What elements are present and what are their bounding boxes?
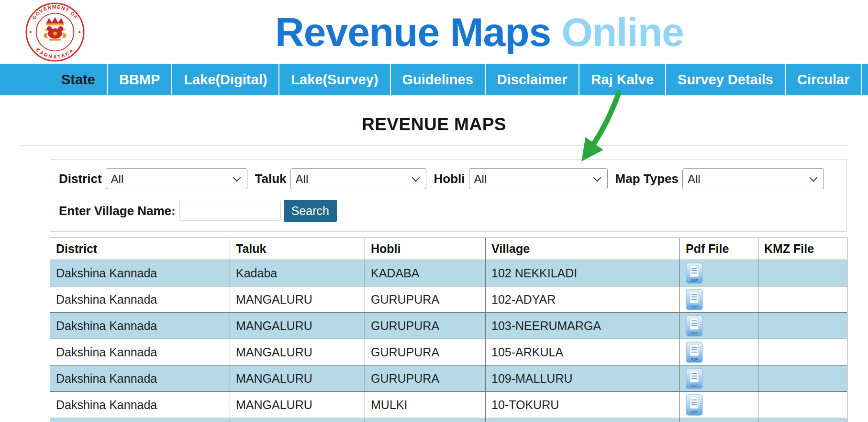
district-cell: Dakshina Kannada bbox=[50, 313, 230, 339]
table-row: Dakshina Kannada MANGALURU GURUPURA 103-… bbox=[50, 313, 847, 339]
pdf-file-icon[interactable]: PDF bbox=[686, 315, 703, 337]
hobli-cell: GURUPURA bbox=[365, 365, 486, 392]
district-label: District bbox=[59, 171, 102, 186]
village-name-input[interactable] bbox=[179, 201, 281, 221]
hobli-cell: GURUPURA bbox=[365, 339, 486, 365]
table-body: Dakshina Kannada Kadaba KADABA 102 NEKKI… bbox=[50, 260, 847, 422]
pdf-file-cell: PDF bbox=[680, 339, 758, 365]
site-header: GOVERMENT OF KARNATAKA Revenue Map bbox=[0, 0, 868, 64]
nav-item-label: Raj Kalve bbox=[591, 72, 654, 88]
kmz-file-cell bbox=[758, 365, 847, 392]
search-button[interactable]: Search bbox=[284, 200, 337, 222]
district-cell: Dakshina Kannada bbox=[50, 365, 230, 392]
village-search-row: Enter Village Name: Search bbox=[59, 200, 838, 222]
logo-container: GOVERMENT OF KARNATAKA bbox=[0, 2, 110, 62]
pdf-file-icon[interactable]: PDF bbox=[686, 368, 703, 389]
pdf-file-cell: PDF bbox=[680, 392, 758, 418]
nav-item-label: Lake(Survey) bbox=[291, 72, 378, 88]
taluk-cell: MANGALURU bbox=[230, 339, 365, 365]
nav-item-raj-kalve[interactable]: Raj Kalve bbox=[579, 64, 666, 95]
kmz-file-cell bbox=[758, 339, 847, 365]
village-cell: 102-ADYAR bbox=[486, 286, 680, 313]
nav-item-lake-survey[interactable]: Lake(Survey) bbox=[279, 64, 390, 95]
revenue-maps-table: DistrictTalukHobliVillagePdf FileKMZ Fil… bbox=[50, 238, 847, 422]
table-header-cell: Village bbox=[486, 238, 680, 260]
table-header-cell: Taluk bbox=[230, 238, 365, 260]
svg-text:PDF: PDF bbox=[691, 331, 698, 335]
nav-item-lake-digital[interactable]: Lake(Digital) bbox=[172, 64, 279, 95]
hobli-cell: MULKI bbox=[365, 392, 486, 418]
district-cell: Dakshina Kannada bbox=[50, 339, 230, 365]
district-cell: Dakshina Kannada bbox=[50, 286, 230, 313]
nav-item-label: Disclaimer bbox=[497, 72, 568, 88]
district-cell: Dakshina Kannada bbox=[50, 260, 230, 286]
hobli-select[interactable]: All bbox=[469, 168, 608, 189]
hobli-cell: GURUPURA bbox=[365, 286, 486, 313]
pdf-file-icon[interactable]: PDF bbox=[686, 289, 703, 310]
svg-text:PDF: PDF bbox=[691, 384, 698, 388]
table-header-cell: KMZ File bbox=[758, 238, 847, 260]
nav-item-label: BBMP bbox=[119, 72, 160, 88]
hobli-select-wrap: All bbox=[469, 168, 608, 189]
nav-item-bbmp[interactable]: BBMP bbox=[108, 64, 172, 95]
taluk-label: Taluk bbox=[255, 171, 287, 186]
table-header-cell: District bbox=[50, 238, 230, 260]
svg-text:PDF: PDF bbox=[691, 411, 698, 414]
village-cell: 10-TOKURU bbox=[486, 392, 680, 418]
nav-item-survey-details[interactable]: Survey Details bbox=[666, 64, 786, 95]
pdf-file-icon[interactable]: PDF bbox=[686, 262, 703, 284]
nav-item-label: Guidelines bbox=[402, 72, 473, 88]
taluk-cell: MANGALURU bbox=[230, 313, 365, 339]
district-select-wrap: All bbox=[106, 168, 247, 189]
table-row: Dakshina Kannada MANGALURU GURUPURA 109-… bbox=[50, 365, 847, 392]
village-cell: 105-ARKULA bbox=[486, 339, 680, 365]
taluk-cell: Kadaba bbox=[230, 260, 365, 286]
kmz-file-cell bbox=[758, 260, 847, 286]
kmz-file-cell bbox=[758, 392, 847, 418]
svg-text:PDF: PDF bbox=[691, 358, 698, 361]
dropdown-filter-row: District All Taluk All Hobli All Map Typ… bbox=[59, 168, 838, 189]
village-cell: 103-NEERUMARGA bbox=[486, 313, 680, 339]
nav-item-label: Lake(Digital) bbox=[184, 72, 267, 88]
table-row: Dakshina Kannada MANGALURU GURUPURA 102-… bbox=[50, 286, 847, 313]
taluk-select[interactable]: All bbox=[290, 168, 426, 189]
village-cell: 109-MALLURU bbox=[486, 365, 680, 392]
nav-bar: StateBBMPLake(Digital)Lake(Survey)Guidel… bbox=[0, 64, 868, 95]
table-row: Dakshina Kannada MANGALURU GURUPURA 105-… bbox=[50, 339, 847, 365]
map-types-label: Map Types bbox=[615, 171, 679, 186]
pdf-file-icon[interactable]: PDF bbox=[686, 394, 703, 416]
table-row: Dakshina Kannada MANGALURU MULKI 10-TOKU… bbox=[50, 392, 847, 418]
divider bbox=[20, 145, 848, 146]
table-row-partial bbox=[50, 418, 847, 422]
pdf-file-cell: PDF bbox=[680, 313, 758, 339]
nav-item-disclaimer[interactable]: Disclaimer bbox=[486, 64, 580, 95]
nav-item-state[interactable]: State bbox=[50, 64, 108, 95]
pdf-file-cell: PDF bbox=[680, 286, 758, 313]
svg-text:PDF: PDF bbox=[691, 279, 698, 282]
nav-item-circular[interactable]: Circular bbox=[786, 64, 862, 95]
map-types-select-wrap: All bbox=[682, 168, 824, 189]
nav-item-guidelines[interactable]: Guidelines bbox=[391, 64, 486, 95]
svg-text:PDF: PDF bbox=[691, 305, 698, 308]
kmz-file-cell bbox=[758, 313, 847, 339]
district-select[interactable]: All bbox=[106, 168, 247, 189]
table-header-cell: Hobli bbox=[365, 238, 486, 260]
pdf-file-icon[interactable]: PDF bbox=[686, 342, 703, 363]
site-title: Revenue Maps Online bbox=[110, 12, 868, 52]
taluk-cell: MANGALURU bbox=[230, 365, 365, 392]
map-types-select[interactable]: All bbox=[682, 168, 824, 189]
hobli-cell: GURUPURA bbox=[365, 313, 486, 339]
taluk-cell: MANGALURU bbox=[230, 286, 365, 313]
district-cell: Dakshina Kannada bbox=[50, 392, 230, 418]
hobli-label: Hobli bbox=[434, 171, 465, 186]
nav-item-label: State bbox=[61, 72, 95, 88]
kmz-file-cell bbox=[758, 286, 847, 313]
pdf-file-cell: PDF bbox=[680, 365, 758, 392]
site-title-secondary: Online bbox=[562, 10, 684, 55]
village-cell: 102 NEKKILADI bbox=[486, 260, 680, 286]
pdf-file-cell: PDF bbox=[680, 260, 758, 286]
taluk-select-wrap: All bbox=[290, 168, 426, 189]
page-heading: REVENUE MAPS bbox=[0, 114, 868, 135]
table-header-row: DistrictTalukHobliVillagePdf FileKMZ Fil… bbox=[50, 238, 847, 260]
village-name-label: Enter Village Name: bbox=[59, 204, 176, 218]
